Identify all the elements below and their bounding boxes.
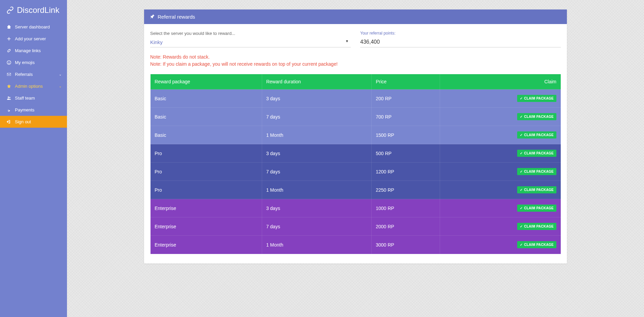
rewards-panel: Referral rewards Select the server you w…: [144, 9, 567, 263]
sidebar-item-sign-out[interactable]: Sign out: [0, 116, 67, 128]
svg-point-0: [7, 61, 10, 64]
claim-button-label: CLAIM PACKAGE: [524, 225, 554, 228]
sidebar: DiscordLink Server dashboardAdd your ser…: [0, 0, 67, 317]
claim-button-label: CLAIM PACKAGE: [524, 97, 554, 100]
sidebar-item-manage-links[interactable]: Manage links: [0, 45, 67, 57]
cell-duration: 1 Month: [262, 181, 371, 199]
nav-list: Server dashboardAdd your serverManage li…: [0, 21, 67, 128]
cell-duration: 3 days: [262, 144, 371, 163]
sidebar-item-server-dashboard[interactable]: Server dashboard: [0, 21, 67, 33]
cell-package: Enterprise: [151, 199, 262, 217]
server-select[interactable]: Kinky ▼: [150, 38, 351, 47]
dollar-icon: [6, 108, 12, 112]
claim-button[interactable]: CLAIM PACKAGE: [517, 241, 556, 248]
cell-claim: CLAIM PACKAGE: [440, 181, 560, 199]
claim-button-label: CLAIM PACKAGE: [524, 151, 554, 155]
cell-package: Basic: [151, 108, 262, 126]
cell-price: 200 RP: [371, 89, 440, 108]
cell-package: Enterprise: [151, 217, 262, 236]
sidebar-item-admin-options[interactable]: Admin options⌄: [0, 80, 67, 92]
main-content: Referral rewards Select the server you w…: [67, 0, 644, 317]
claim-button[interactable]: CLAIM PACKAGE: [517, 205, 556, 212]
check-icon: [520, 133, 523, 137]
cell-duration: 7 days: [262, 217, 371, 236]
table-row: Enterprise7 days2000 RPCLAIM PACKAGE: [151, 217, 561, 236]
cell-duration: 3 days: [262, 89, 371, 108]
users-icon: [6, 96, 12, 100]
claim-button[interactable]: CLAIM PACKAGE: [517, 186, 556, 193]
claim-button[interactable]: CLAIM PACKAGE: [517, 113, 556, 120]
cell-price: 1500 RP: [371, 126, 440, 144]
sidebar-item-label: Add your server: [15, 36, 46, 41]
panel-title: Referral rewards: [158, 14, 195, 20]
panel-header: Referral rewards: [144, 9, 567, 24]
sidebar-item-add-your-server[interactable]: Add your server: [0, 33, 67, 45]
table-row: Pro1 Month2250 RPCLAIM PACKAGE: [151, 181, 561, 199]
claim-button[interactable]: CLAIM PACKAGE: [517, 131, 556, 139]
claim-button[interactable]: CLAIM PACKAGE: [517, 223, 556, 230]
claim-button[interactable]: CLAIM PACKAGE: [517, 168, 556, 175]
sidebar-item-my-emojis[interactable]: My emojis: [0, 57, 67, 68]
cell-price: 2000 RP: [371, 217, 440, 236]
sidebar-item-label: Server dashboard: [15, 24, 50, 29]
server-select-value: Kinky: [150, 39, 163, 45]
rewards-table: Reward package Reward duration Price Cla…: [150, 74, 561, 254]
cell-package: Basic: [151, 89, 262, 108]
star-icon: [6, 84, 12, 88]
signout-icon: [6, 120, 12, 124]
cell-package: Enterprise: [151, 236, 262, 254]
check-icon: [520, 170, 523, 173]
cell-duration: 1 Month: [262, 236, 371, 254]
cell-price: 700 RP: [371, 108, 440, 126]
table-row: Enterprise1 Month3000 RPCLAIM PACKAGE: [151, 236, 561, 254]
server-select-label: Select the server you would like to rewa…: [150, 31, 351, 36]
pin-icon: [150, 14, 155, 20]
link-icon: [6, 48, 12, 53]
sidebar-item-payments[interactable]: Payments: [0, 104, 67, 116]
svg-point-2: [9, 62, 10, 62]
smile-icon: [6, 60, 12, 65]
chevron-down-icon: ⌄: [59, 84, 62, 88]
cell-package: Basic: [151, 126, 262, 144]
sidebar-item-label: Manage links: [15, 48, 41, 53]
check-icon: [520, 115, 523, 119]
cell-duration: 1 Month: [262, 126, 371, 144]
cell-price: 1200 RP: [371, 163, 440, 181]
claim-button[interactable]: CLAIM PACKAGE: [517, 150, 556, 157]
cell-claim: CLAIM PACKAGE: [440, 144, 560, 163]
col-duration: Reward duration: [262, 74, 371, 89]
chevron-down-icon: ▼: [345, 39, 349, 43]
cell-price: 500 RP: [371, 144, 440, 163]
points-value: 436,400: [360, 38, 561, 47]
plus-icon: [6, 37, 12, 41]
cell-claim: CLAIM PACKAGE: [440, 217, 560, 236]
claim-button[interactable]: CLAIM PACKAGE: [517, 95, 556, 102]
claim-button-label: CLAIM PACKAGE: [524, 115, 554, 119]
sidebar-item-label: Referrals: [15, 72, 33, 77]
table-row: Basic1 Month1500 RPCLAIM PACKAGE: [151, 126, 561, 144]
note-2: Note: If you claim a package, you will n…: [150, 61, 561, 68]
points-label: Your referral points:: [360, 31, 561, 36]
svg-point-4: [9, 97, 10, 98]
cell-package: Pro: [151, 181, 262, 199]
claim-button-label: CLAIM PACKAGE: [524, 206, 554, 210]
brand[interactable]: DiscordLink: [0, 0, 67, 21]
sidebar-item-staff-team[interactable]: Staff team: [0, 92, 67, 104]
claim-button-label: CLAIM PACKAGE: [524, 133, 554, 137]
check-icon: [520, 206, 523, 210]
cell-claim: CLAIM PACKAGE: [440, 163, 560, 181]
check-icon: [520, 97, 523, 100]
table-row: Enterprise3 days1000 RPCLAIM PACKAGE: [151, 199, 561, 217]
cell-claim: CLAIM PACKAGE: [440, 126, 560, 144]
claim-button-label: CLAIM PACKAGE: [524, 188, 554, 192]
cell-claim: CLAIM PACKAGE: [440, 108, 560, 126]
table-row: Pro3 days500 RPCLAIM PACKAGE: [151, 144, 561, 163]
claim-button-label: CLAIM PACKAGE: [524, 170, 554, 173]
cell-price: 1000 RP: [371, 199, 440, 217]
col-price: Price: [371, 74, 440, 89]
rewards-table-wrap: Reward package Reward duration Price Cla…: [150, 74, 561, 254]
envelope-icon: [6, 72, 12, 77]
note-1: Note: Rewards do not stack.: [150, 54, 561, 61]
table-row: Basic7 days700 RPCLAIM PACKAGE: [151, 108, 561, 126]
sidebar-item-referrals[interactable]: Referrals⌄: [0, 68, 67, 80]
